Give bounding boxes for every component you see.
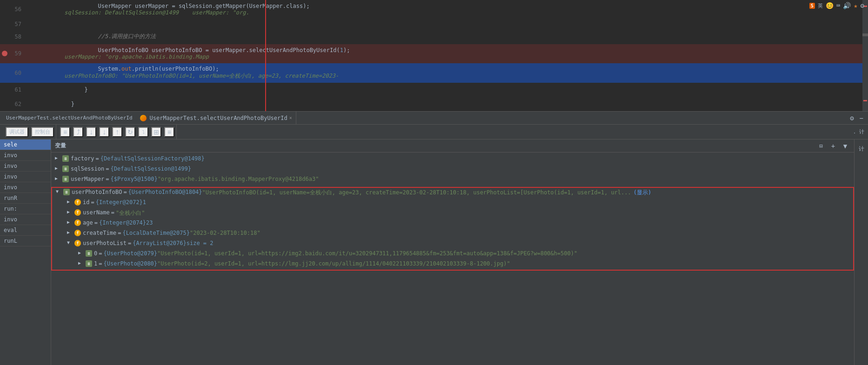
eq-createtime: = (118, 230, 121, 236)
var-name-username: userName (83, 209, 110, 216)
var-row-userphotoinfobo[interactable]: ▼ ≡ userPhotoInfoBO = {UserPhotoInfoBO@1… (52, 188, 853, 198)
btn-menu[interactable]: ≡ (60, 127, 70, 137)
sidebar-item-invo5[interactable]: invo (0, 214, 51, 225)
var-name-userphotoinfobo: userPhotoInfoBO (72, 189, 122, 195)
var-row-age[interactable]: ▶ f age = {Integer@2074} 23 (52, 219, 853, 229)
btn-step-out[interactable]: ↓ (99, 127, 109, 137)
var-row-usermapper[interactable]: ▶ ≡ userMapper = {$Proxy5@1500} "org.apa… (51, 175, 854, 185)
var-name-sqlsession: sqlSession (71, 166, 104, 172)
var-type-sqlsession: {DefaultSqlSession@1499} (110, 166, 191, 172)
add-watch-btn[interactable]: + (828, 141, 838, 151)
var-value-age: 23 (146, 219, 153, 226)
var-type-id: {Integer@2072} (96, 199, 143, 206)
var-row-username[interactable]: ▶ f userName = "全栈小白" (52, 208, 853, 219)
eq-username: = (111, 209, 114, 216)
expand-item1[interactable]: ▶ (78, 260, 86, 265)
btn-list[interactable]: ≡ (164, 127, 174, 137)
icon-username: f (74, 209, 81, 216)
sidebar-item-eval[interactable]: eval (0, 225, 51, 236)
editor-scrollbar[interactable] (862, 0, 868, 111)
expand-factory[interactable]: ▶ (55, 155, 62, 160)
sidebar-item-runr[interactable]: runR (0, 193, 51, 204)
var-value-createtime: "2023-02-28T10:10:18" (190, 230, 260, 236)
s-logo: S (809, 3, 815, 9)
eq-userphotoinfobo: = (123, 189, 127, 195)
var-value-item1: "UserPhoto(id=2, userId=1, url=https://l… (157, 260, 510, 267)
expand-age[interactable]: ▶ (67, 219, 74, 225)
filter-btn[interactable]: ⊟ (816, 141, 826, 151)
var-name-id: id (83, 199, 89, 206)
toolbar-section-nav: ≡ ⤴ ↓ ↓ ↑ ↻ ⤵ ⊞ ≡ (58, 125, 177, 139)
eq-sqlsession: = (106, 166, 109, 172)
btn-console[interactable]: 控制台 (31, 127, 54, 137)
line-num-57: 57 (7, 21, 26, 27)
show-link-userphotoinfobo[interactable]: (显示) (634, 189, 651, 197)
expand-usermapper[interactable]: ▶ (55, 176, 62, 181)
sidebar-item-invo1[interactable]: invo (0, 150, 51, 161)
right-sidebar: 计 (854, 139, 868, 365)
eq-userphotolst: = (128, 240, 131, 246)
code-text-59b: ); (343, 47, 350, 53)
btn-step-over[interactable]: ⤴ (73, 127, 83, 137)
sidebar-item-invo3[interactable]: invo (0, 172, 51, 182)
var-value-username: "全栈小白" (116, 209, 145, 217)
var-type-userphotoinfobo: {UserPhotoInfoBO@1804} (128, 189, 202, 195)
var-type-item1: {UserPhoto@2080} (103, 260, 157, 267)
expand-sqlsession[interactable]: ▶ (55, 166, 62, 171)
expand-item0[interactable]: ▶ (78, 250, 86, 255)
code-num-59: 1 (340, 47, 343, 53)
expand-userphotoinfobo[interactable]: ▼ (56, 189, 63, 194)
var-row-id[interactable]: ▶ f id = {Integer@2072} 1 (52, 198, 853, 208)
line-num-59: 59 (7, 50, 26, 57)
var-value-userphotoinfobo: "UserPhotoInfoBO(id=1, userName=全栈小白, ag… (202, 189, 631, 197)
sidebar-item-runl[interactable]: runL (0, 236, 51, 246)
highlighted-box-userphotoinfobo: ▼ ≡ userPhotoInfoBO = {UserPhotoInfoBO@1… (51, 187, 854, 271)
tab-label: UserMapperTest.selectUserAndPhotoByUserI… (150, 115, 287, 121)
sidebar-item-sele[interactable]: sele (0, 139, 51, 150)
var-type-createtime: {LocalDateTime@2075} (122, 230, 190, 236)
tab-close-btn[interactable]: × (289, 115, 292, 120)
var-type-factory: {DefaultSqlSessionFactory@1498} (100, 155, 205, 162)
toolbar-right-label: . 计 (853, 128, 864, 135)
icon-usermapper: ≡ (62, 176, 69, 182)
settings-icon-top[interactable]: ⚙ (861, 2, 864, 9)
code-text-60: System.out.println(userPhotoInfoBO); (58, 66, 219, 72)
toolbar-section-main: 调试器 控制台 (4, 125, 56, 139)
btn-step-into[interactable]: ↓ (86, 127, 96, 137)
var-row-userphotolst[interactable]: ▼ f userPhotoList = {ArrayList@2076} siz… (52, 239, 853, 249)
lang-indicator: 英 (818, 2, 823, 9)
btn-run-cursor[interactable]: ↻ (125, 127, 135, 137)
collapse-all-btn[interactable]: ▼ (840, 141, 850, 151)
line-content-62: } (26, 94, 868, 111)
debug-tab[interactable]: UserMapperTest.selectUserAndPhotoByUserI… (136, 112, 296, 125)
minimize-icon[interactable]: − (859, 113, 864, 123)
sidebar-item-run[interactable]: run: (0, 204, 51, 214)
star-icon: ★ (854, 2, 857, 9)
btn-eval[interactable]: ⤵ (138, 127, 148, 137)
debug-label: UserMapperTest.selectUserAndPhotoByUserI… (2, 115, 136, 121)
variables-label: 变量 (55, 142, 66, 150)
var-row-item0[interactable]: ▶ ≡ 0 = {UserPhoto@2079} "UserPhoto(id=1… (52, 249, 853, 259)
line-num-56: 56 (7, 6, 26, 13)
emoji-icon: 😊 (826, 2, 834, 9)
btn-debugger[interactable]: 调试器 (6, 127, 28, 137)
sidebar-item-invo4[interactable]: invo (0, 182, 51, 193)
btn-step-out2[interactable]: ↑ (112, 127, 122, 137)
var-row-sqlsession[interactable]: ▶ ≡ sqlSession = {DefaultSqlSession@1499… (51, 165, 854, 175)
settings-icon[interactable]: ⚙ (849, 113, 855, 123)
code-hint-60: userPhotoInfoBO: "UserPhotoInfoBO(id=1, … (58, 73, 339, 79)
expand-username[interactable]: ▶ (67, 209, 74, 214)
var-row-item1[interactable]: ▶ ≡ 1 = {UserPhoto@2080} "UserPhoto(id=2… (52, 259, 853, 270)
variables-header: 变量 ⊟ + ▼ (51, 139, 854, 153)
var-row-createtime[interactable]: ▶ f createTime = {LocalDateTime@2075} "2… (52, 229, 853, 239)
expand-userphotolst[interactable]: ▼ (67, 240, 74, 245)
btn-grid[interactable]: ⊞ (151, 127, 161, 137)
sidebar-item-invo2[interactable]: invo (0, 161, 51, 172)
expand-createtime[interactable]: ▶ (67, 230, 74, 235)
eq-factory: = (96, 155, 99, 162)
icon-userphotoinfobo: ≡ (63, 189, 70, 195)
icon-age: f (74, 219, 81, 226)
var-row-factory[interactable]: ▶ ≡ factory = {DefaultSqlSessionFactory@… (51, 154, 854, 165)
code-editor: 56 UserMapper userMapper = sqlSession.ge… (0, 0, 868, 112)
expand-id[interactable]: ▶ (67, 199, 74, 204)
